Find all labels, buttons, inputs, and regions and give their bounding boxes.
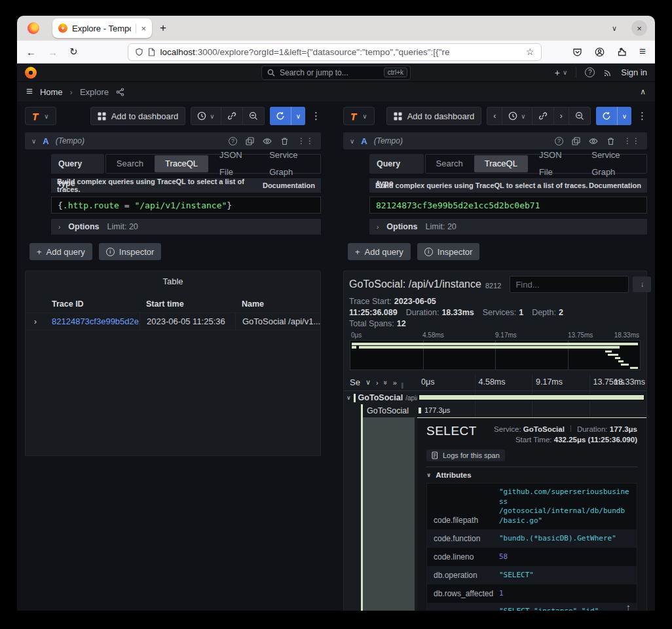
menu-icon[interactable]: ≡ [639,45,646,58]
news-icon[interactable] [603,68,612,77]
row-expand-icon[interactable]: › [26,317,45,326]
trash-icon[interactable] [280,137,289,145]
search-box[interactable]: Search or jump to... ctrl+k [261,66,411,80]
new-menu-button[interactable]: + ∨ [555,67,568,78]
attributes-section-header[interactable]: ∨ Attributes [426,471,637,479]
tab-service-graph[interactable]: Service Graph [581,147,646,181]
selected-span-highlight[interactable] [363,417,415,611]
chevron-down-icon[interactable]: ∨ [365,378,371,387]
add-to-dashboard-button[interactable]: Add to dashboard [90,107,186,125]
scroll-to-top-icon[interactable]: ↑ [626,601,631,611]
tab-traceql[interactable]: TraceQL [155,155,208,172]
collapse-icon[interactable]: ∨ [350,138,354,145]
collapse-icon[interactable]: ∨ [31,138,36,145]
tab-traceql[interactable]: TraceQL [474,155,528,172]
tab-search[interactable]: Search [106,155,154,172]
bookmark-star-icon[interactable]: ☆ [526,47,534,57]
documentation-link[interactable]: Documentation [263,181,315,189]
collapse-chevron-icon[interactable]: ∧ [640,87,646,96]
col-start-time[interactable]: Start time [140,299,235,309]
span-duration-bar[interactable] [419,408,421,413]
window-close-button[interactable]: × [631,20,647,36]
account-icon[interactable] [595,47,605,57]
tab-service-graph[interactable]: Service Graph [259,147,320,181]
datasource-picker[interactable]: T ∨ [25,107,56,125]
traceql-query-input[interactable]: {.http.route = "/api/v1/instance"} [51,197,321,214]
eye-icon[interactable] [263,138,272,145]
copy-icon[interactable] [572,137,580,145]
col-trace-id[interactable]: Trace ID [45,299,140,309]
datasource-picker[interactable]: T ∨ [343,107,375,125]
more-options-icon[interactable]: ⋮ [637,110,647,122]
expand-one-icon[interactable]: › [376,379,379,387]
shield-icon[interactable] [135,48,143,56]
list-tabs-icon[interactable]: ∨ [612,24,617,33]
help-icon[interactable]: ? [585,67,595,77]
add-to-dashboard-button[interactable]: Add to dashboard [386,107,482,125]
run-query-dropdown[interactable]: ∨ [291,107,305,125]
tab-search[interactable]: Search [426,155,474,172]
back-icon[interactable]: ← [26,47,36,58]
run-query-button[interactable]: ∨ [270,107,305,125]
query-help-icon[interactable]: ? [229,137,237,145]
run-query-dropdown[interactable]: ∨ [617,107,631,125]
trash-icon[interactable] [607,137,615,145]
add-query-button[interactable]: + Add query [348,243,411,260]
reload-icon[interactable]: ↻ [69,46,78,58]
column-resize-handle[interactable]: ∥ [401,382,404,389]
share-icon[interactable] [116,88,124,96]
options-row[interactable]: › Options Limit: 20 [369,219,647,235]
drag-handle-icon[interactable]: ⋮⋮ [624,136,641,145]
trace-minimap[interactable] [350,340,641,370]
link-button[interactable] [532,107,553,124]
inspector-button[interactable]: i Inspector [99,243,161,260]
collapse-all-icon[interactable]: » [393,379,397,387]
grafana-logo-icon[interactable] [25,67,37,79]
eye-icon[interactable] [589,138,598,145]
tab-close-icon[interactable]: × [141,24,146,33]
traceql-query-input[interactable]: 82124873cf3e99b5d2e1cc5d2bc0eb71 [369,197,647,214]
table-row[interactable]: › 82124873cf3e99b5d2e1... 2023-06-05 11:… [26,313,320,330]
time-picker-button[interactable]: ∨ [502,107,531,124]
link-button[interactable] [221,107,242,124]
zoom-out-button[interactable] [569,107,590,124]
tab-json-file[interactable]: JSON File [209,147,259,181]
time-forward-button[interactable]: › [553,107,569,124]
forward-icon[interactable]: → [48,47,58,58]
span-duration-bar[interactable] [419,394,644,400]
mega-menu-icon[interactable]: ≡ [26,85,33,98]
breadcrumb-home[interactable]: Home [40,87,63,97]
time-picker-button[interactable]: ∨ [191,107,220,124]
more-options-icon[interactable]: ⋮ [311,110,321,122]
run-query-button[interactable]: ∨ [596,107,631,125]
expand-all-icon[interactable]: » [382,380,390,384]
service-column-label[interactable]: Se [350,377,360,387]
span-collapse-icon[interactable]: ∨ [346,394,351,401]
new-tab-button[interactable]: + [160,22,166,35]
documentation-link[interactable]: Documentation [589,181,641,189]
url-bar[interactable]: localhost:3000/explore?orgId=1&left={"da… [128,43,542,61]
trace-id-link[interactable]: 82124873cf3e99b5d2e1... [45,313,140,330]
zoom-out-button[interactable] [242,107,264,124]
logs-for-span-button[interactable]: Logs for this span [426,449,505,461]
time-back-button[interactable]: ‹ [487,107,502,124]
query-help-icon[interactable]: ? [555,137,563,145]
drag-handle-icon[interactable]: ⋮⋮ [297,136,314,145]
panel-title[interactable]: Table [26,271,320,286]
tab-json-file[interactable]: JSON File [529,147,581,181]
firefox-logo-icon[interactable] [28,22,39,34]
find-input[interactable] [510,276,629,293]
col-name[interactable]: Name [235,299,320,309]
browser-tab[interactable]: Explore - Tempo × [52,18,152,38]
pocket-icon[interactable] [572,47,582,57]
add-query-button[interactable]: + Add query [29,243,92,260]
span-row-root[interactable]: ∨ GoToSocial /api/v1/instance [344,391,646,404]
copy-icon[interactable] [246,137,254,145]
page-icon[interactable] [148,48,155,56]
sign-in-button[interactable]: Sign in [621,67,647,77]
find-next-button[interactable]: ↓ [633,276,651,292]
options-row[interactable]: › Options Limit: 20 [51,219,321,235]
span-row-child[interactable]: GoToSocial 177.3μs [344,404,646,417]
extensions-icon[interactable] [617,47,627,57]
inspector-button[interactable]: i Inspector [417,243,479,260]
